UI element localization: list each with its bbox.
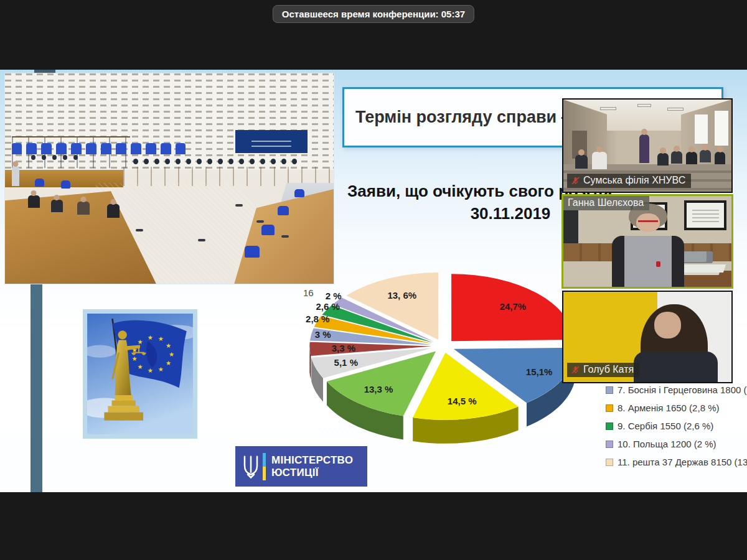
mic-muted-icon — [571, 366, 580, 374]
chart-heading-line2: 30.11.2019 — [464, 204, 557, 223]
pie-label: 2,6 % — [316, 301, 339, 312]
mic-muted-icon — [571, 177, 580, 185]
blue-chair — [261, 225, 275, 235]
pie-label: 3 % — [315, 329, 331, 340]
legend-swatch — [606, 441, 613, 448]
svg-text:★: ★ — [137, 363, 143, 370]
ministry-of-justice-logo: МІНІСТЕРСТВО ЮСТИЦІЇ — [235, 446, 367, 487]
speaker-at-lectern — [12, 166, 19, 186]
justice-statue-art: ★★★ ★★★ ★★★ ★★ — [87, 314, 193, 434]
pie-label: 5,1 % — [334, 357, 358, 368]
window — [695, 114, 708, 144]
blue-chair — [294, 189, 304, 197]
audience-person — [657, 153, 669, 166]
legend-label: 11. решта 37 Держав 8150 (13,6 %) — [618, 457, 747, 467]
svg-text:★: ★ — [166, 342, 171, 349]
blue-chair — [278, 206, 289, 215]
svg-text:★: ★ — [166, 360, 171, 366]
svg-text:★: ★ — [169, 351, 174, 358]
audience-person — [715, 152, 725, 164]
seated-person — [107, 204, 120, 218]
desk-microphones — [235, 204, 243, 207]
seated-person — [51, 200, 63, 212]
court-banner — [235, 130, 308, 153]
logo-text-line1: МІНІСТЕРСТВО — [271, 454, 353, 467]
pie-label: 13,3 % — [364, 384, 393, 394]
desk-telephone — [681, 251, 713, 263]
legend-label: 8. Арменія 1650 (2,8 %) — [618, 403, 719, 413]
certificate-frame — [684, 200, 726, 230]
pie-label: 2 % — [326, 291, 342, 301]
pie-label: 3,3 % — [332, 343, 355, 353]
legend-swatch — [606, 404, 613, 412]
legend-item: 11. решта 37 Держав 8150 (13,6 %) — [606, 453, 747, 471]
ceiling-light — [600, 107, 616, 110]
pie-label: 13, 6% — [387, 290, 416, 301]
pie-label: 2,8 % — [306, 314, 329, 324]
participant-name-tag: Сумська філія ХНУВС — [567, 174, 691, 188]
speaker-face — [654, 312, 681, 339]
legend-item: 10. Польща 1200 (2 %) — [606, 435, 747, 453]
flag-stripe — [263, 453, 266, 480]
conference-timer: Оставшееся время конференции: 05:37 — [273, 5, 474, 23]
svg-text:★: ★ — [158, 335, 164, 342]
chart-legend: 7. Боснія і Герцеговина 1800 (3 %)8. Арм… — [606, 381, 747, 471]
svg-text:★: ★ — [148, 334, 153, 341]
legend-label: 9. Сербія 1550 (2,6 %) — [618, 421, 713, 431]
legend-swatch — [606, 422, 613, 430]
participant-name: Сумська філія ХНУВС — [583, 175, 685, 186]
judges-row — [133, 159, 327, 164]
ceiling-light — [637, 104, 651, 107]
participant-name-tag: Ганна Шелєхова — [563, 196, 649, 210]
legend-swatch — [606, 459, 613, 466]
legend-label: 10. Польща 1200 (2 %) — [618, 439, 716, 449]
legend-item: 9. Сербія 1550 (2,6 %) — [606, 417, 747, 435]
svg-text:★: ★ — [137, 338, 143, 345]
conference-screen: Оставшееся время конференции: 05:37 — [0, 0, 747, 560]
speaker-body — [634, 352, 718, 383]
legend-item: 8. Арменія 1650 (2,8 %) — [606, 399, 747, 417]
video-tile-shelekhova[interactable]: Ганна Шелєхова — [561, 194, 733, 289]
speaker-body — [612, 236, 684, 287]
participant-name-tag: Голуб Катя — [567, 363, 639, 377]
svg-text:★: ★ — [148, 367, 153, 374]
audience-person — [575, 155, 588, 169]
legend-label: 7. Боснія і Герцеговина 1800 (3 %) — [618, 385, 747, 395]
brooch — [656, 261, 660, 267]
legend-swatch — [606, 386, 613, 394]
pie-label: 14,5 % — [448, 396, 477, 406]
video-tile-holub[interactable]: Голуб Катя — [562, 291, 733, 383]
blue-chair — [35, 179, 44, 187]
seated-person — [28, 195, 40, 208]
courtroom-photo — [5, 73, 334, 284]
seated-person — [77, 202, 90, 215]
audience-person — [671, 151, 682, 164]
legend-item: 7. Боснія і Герцеговина 1800 (3 %) — [606, 381, 747, 399]
audience-person — [686, 152, 697, 164]
ceiling-light — [667, 108, 684, 111]
speaker-face — [636, 213, 660, 233]
chair-row — [12, 143, 186, 155]
pie-label: 24,7% — [500, 301, 527, 312]
justice-statue-image: ★★★ ★★★ ★★★ ★★ — [83, 309, 197, 439]
svg-text:★: ★ — [131, 355, 137, 362]
blue-chair — [245, 246, 260, 258]
logo-text-line2: ЮСТИЦІЇ — [271, 467, 353, 479]
blue-chair — [61, 180, 70, 189]
standing-speaker — [639, 134, 649, 163]
judges-row-left — [31, 155, 103, 160]
svg-text:★: ★ — [158, 366, 164, 373]
pie-chart: 24,7%15,1%14,5 %13,3 %5,1 %3,3 %3 %2,8 %… — [293, 264, 585, 473]
pie-label: 15,1% — [526, 366, 553, 377]
participant-name: Ганна Шелєхова — [568, 197, 644, 208]
audience-person — [592, 152, 607, 169]
video-tile-sumska[interactable]: Сумська філія ХНУВС — [562, 98, 733, 193]
participant-name: Голуб Катя — [583, 364, 634, 375]
slide-accent-stripe — [31, 283, 42, 492]
window — [715, 111, 728, 146]
audience-person — [700, 150, 711, 162]
trident-icon — [242, 454, 260, 480]
